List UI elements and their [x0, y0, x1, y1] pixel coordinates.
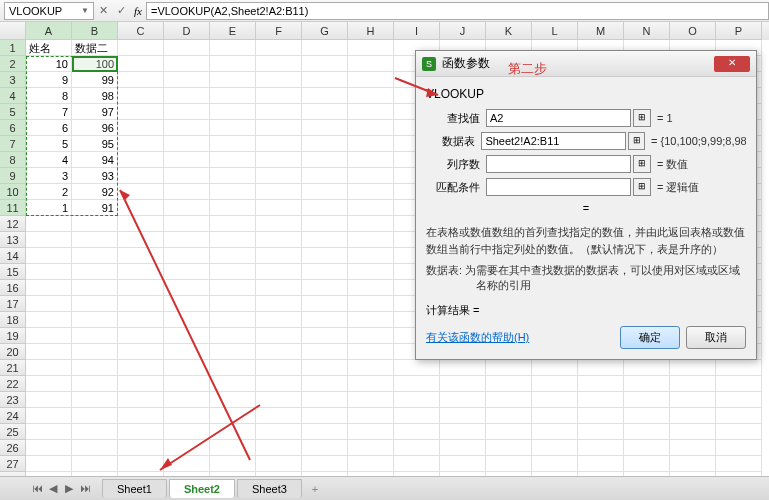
cell[interactable] — [578, 376, 624, 392]
col-header-J[interactable]: J — [440, 22, 486, 40]
cell[interactable] — [578, 360, 624, 376]
cell[interactable] — [302, 264, 348, 280]
cell[interactable] — [118, 200, 164, 216]
cell[interactable] — [164, 72, 210, 88]
row-header-23[interactable]: 23 — [0, 392, 26, 408]
row-header-9[interactable]: 9 — [0, 168, 26, 184]
cell[interactable] — [624, 392, 670, 408]
cell[interactable] — [256, 232, 302, 248]
cell[interactable] — [486, 376, 532, 392]
param-input-2[interactable] — [486, 155, 631, 173]
row-header-21[interactable]: 21 — [0, 360, 26, 376]
cell[interactable] — [26, 440, 72, 456]
cell[interactable] — [72, 344, 118, 360]
cell[interactable] — [164, 456, 210, 472]
col-header-G[interactable]: G — [302, 22, 348, 40]
cell[interactable] — [26, 216, 72, 232]
cell[interactable] — [532, 456, 578, 472]
cell[interactable] — [256, 344, 302, 360]
cell[interactable] — [302, 408, 348, 424]
cell[interactable] — [164, 216, 210, 232]
row-header-6[interactable]: 6 — [0, 120, 26, 136]
row-header-13[interactable]: 13 — [0, 232, 26, 248]
cell[interactable]: 6 — [26, 120, 72, 136]
cell[interactable] — [26, 408, 72, 424]
range-select-icon[interactable]: ⊞ — [633, 178, 651, 196]
cell[interactable] — [348, 72, 394, 88]
cell[interactable] — [210, 200, 256, 216]
cell[interactable] — [302, 280, 348, 296]
cell[interactable] — [164, 104, 210, 120]
cell[interactable] — [486, 360, 532, 376]
cell[interactable] — [532, 440, 578, 456]
cell[interactable] — [348, 232, 394, 248]
cell[interactable] — [348, 440, 394, 456]
cell[interactable] — [26, 424, 72, 440]
cell[interactable] — [302, 456, 348, 472]
cell[interactable] — [72, 360, 118, 376]
cell[interactable] — [210, 232, 256, 248]
cell[interactable] — [118, 40, 164, 56]
cell[interactable] — [256, 456, 302, 472]
cell[interactable] — [210, 360, 256, 376]
row-header-20[interactable]: 20 — [0, 344, 26, 360]
cell[interactable] — [256, 120, 302, 136]
cell[interactable] — [164, 360, 210, 376]
cell[interactable] — [302, 344, 348, 360]
row-header-3[interactable]: 3 — [0, 72, 26, 88]
row-header-12[interactable]: 12 — [0, 216, 26, 232]
cell[interactable] — [118, 392, 164, 408]
cell[interactable] — [26, 248, 72, 264]
cell[interactable] — [716, 408, 762, 424]
cell[interactable] — [578, 440, 624, 456]
cell[interactable] — [210, 40, 256, 56]
cell[interactable] — [118, 296, 164, 312]
cell[interactable] — [210, 456, 256, 472]
cell[interactable] — [118, 56, 164, 72]
cell[interactable] — [670, 456, 716, 472]
cell[interactable] — [348, 392, 394, 408]
cell[interactable] — [532, 392, 578, 408]
cell[interactable] — [532, 424, 578, 440]
cell[interactable] — [118, 344, 164, 360]
cell[interactable] — [348, 360, 394, 376]
cell[interactable] — [440, 440, 486, 456]
cell[interactable] — [164, 344, 210, 360]
cell[interactable] — [256, 440, 302, 456]
cell[interactable] — [302, 152, 348, 168]
cell[interactable] — [440, 360, 486, 376]
cell[interactable] — [164, 328, 210, 344]
cell[interactable] — [164, 232, 210, 248]
row-header-2[interactable]: 2 — [0, 56, 26, 72]
cell[interactable]: 4 — [26, 152, 72, 168]
cell[interactable] — [26, 456, 72, 472]
cell[interactable] — [348, 424, 394, 440]
cell[interactable] — [578, 392, 624, 408]
cell[interactable] — [164, 376, 210, 392]
cell[interactable]: 100 — [72, 56, 118, 72]
cell[interactable] — [348, 248, 394, 264]
cell[interactable] — [26, 344, 72, 360]
col-header-B[interactable]: B — [72, 22, 118, 40]
range-select-icon[interactable]: ⊞ — [628, 132, 645, 150]
cell[interactable] — [624, 360, 670, 376]
cell[interactable] — [348, 456, 394, 472]
cell[interactable] — [716, 360, 762, 376]
cell[interactable] — [72, 280, 118, 296]
cell[interactable] — [210, 216, 256, 232]
cell[interactable] — [118, 360, 164, 376]
cell[interactable]: 95 — [72, 136, 118, 152]
cell[interactable] — [624, 456, 670, 472]
cell[interactable] — [670, 424, 716, 440]
cell[interactable] — [72, 328, 118, 344]
cancel-formula-icon[interactable]: ✕ — [94, 4, 112, 17]
cell[interactable]: 97 — [72, 104, 118, 120]
col-header-A[interactable]: A — [26, 22, 72, 40]
cell[interactable] — [394, 408, 440, 424]
cell[interactable] — [302, 88, 348, 104]
cell[interactable] — [348, 200, 394, 216]
cell[interactable] — [164, 200, 210, 216]
cell[interactable] — [210, 344, 256, 360]
cell[interactable] — [302, 216, 348, 232]
cell[interactable] — [118, 248, 164, 264]
